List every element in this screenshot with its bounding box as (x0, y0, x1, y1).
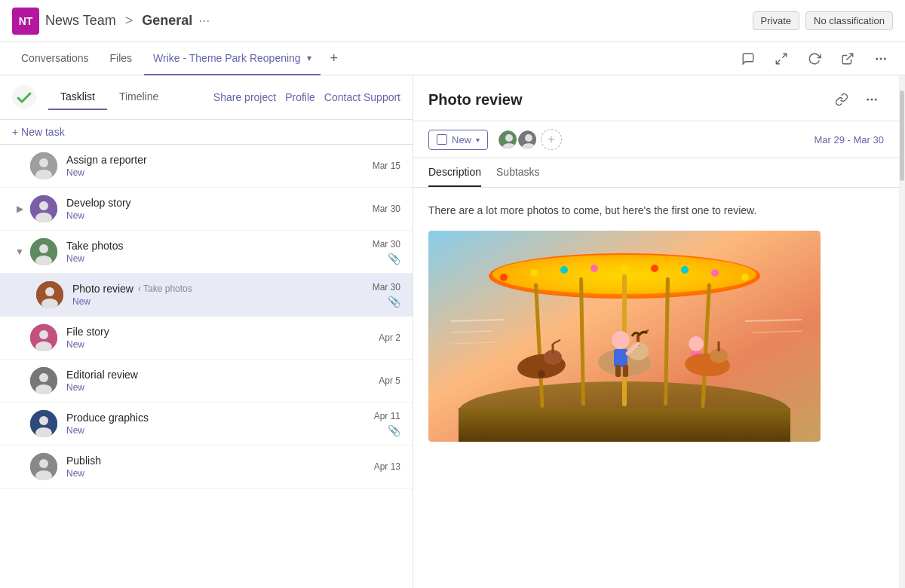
task-info: Photo review ‹ Take photos New (72, 283, 367, 307)
task-item[interactable]: File story New Apr 2 (0, 317, 413, 360)
channel-name: General (142, 13, 192, 29)
toolbar-left: New ▾ + (428, 129, 562, 150)
timeline-tab[interactable]: Timeline (107, 84, 170, 110)
task-status: New (66, 339, 373, 350)
task-date: Apr 2 (379, 332, 400, 343)
classification-badge[interactable]: No classification (805, 11, 893, 30)
task-date: Mar 30 (373, 239, 400, 250)
avatar (30, 410, 57, 437)
right-panel: Photo review New ▾ (413, 75, 899, 588)
team-name: News Team (45, 13, 116, 29)
breadcrumb: NT News Team > General ··· (12, 8, 210, 35)
left-panel-top-actions: Share project Profile Contact Support (213, 91, 400, 103)
chat-icon[interactable] (736, 47, 760, 71)
task-item[interactable]: ▶ Develop story New Mar 30 (0, 188, 413, 231)
svg-rect-40 (459, 408, 790, 442)
scrollbar[interactable] (899, 75, 905, 588)
avatar (36, 281, 63, 308)
task-info: File story New (66, 326, 373, 350)
task-status: New (66, 167, 367, 178)
attachment-icon: 📎 (388, 253, 400, 265)
svg-point-9 (39, 201, 48, 210)
task-item[interactable]: Assign a reporter New Mar 15 (0, 145, 413, 188)
svg-point-45 (560, 266, 568, 274)
svg-point-44 (530, 269, 538, 277)
task-meta: Mar 15 (373, 161, 400, 171)
task-image (428, 231, 821, 442)
new-task-button[interactable]: + New task (0, 120, 413, 145)
task-name: Produce graphics (66, 412, 368, 424)
avatar (30, 238, 57, 265)
assignee-avatar-2 (517, 129, 538, 150)
tab-description[interactable]: Description (428, 158, 481, 187)
scrollbar-thumb[interactable] (900, 90, 904, 181)
parent-tag: ‹ Take photos (138, 283, 192, 294)
task-toolbar: New ▾ + Mar 29 - Mar 30 (413, 121, 899, 158)
task-detail-tabs: Description Subtasks (413, 158, 899, 188)
expand-button[interactable]: ▼ (12, 244, 27, 259)
contact-support-button[interactable]: Contact Support (324, 91, 400, 103)
task-item[interactable]: Publish New Apr 13 (0, 446, 413, 488)
add-tab-button[interactable]: + (324, 48, 345, 69)
svg-point-48 (651, 265, 658, 272)
channel-more-button[interactable]: ··· (198, 13, 210, 29)
tab-dropdown-chevron: ▾ (307, 53, 311, 63)
wrike-logo (12, 85, 36, 109)
task-item[interactable]: Editorial review New Apr 5 (0, 360, 413, 403)
avatar (30, 453, 57, 480)
tasklist-tab[interactable]: Tasklist (48, 84, 107, 110)
svg-point-31 (875, 99, 877, 101)
share-project-button[interactable]: Share project (213, 91, 276, 103)
task-item[interactable]: ▼ Take photos New Mar 30 📎 (0, 231, 413, 274)
task-date: Apr 13 (374, 461, 400, 472)
task-info: Editorial review New (66, 369, 373, 393)
svg-point-61 (538, 370, 545, 378)
svg-point-4 (12, 85, 36, 109)
svg-point-15 (45, 287, 54, 296)
open-external-icon[interactable] (836, 47, 860, 71)
view-switcher: Tasklist Timeline (48, 84, 170, 110)
task-body: There are a lot more photos to come, but… (413, 188, 899, 588)
svg-point-51 (741, 274, 749, 281)
private-badge[interactable]: Private (753, 11, 799, 30)
task-item-active[interactable]: Photo review ‹ Take photos New Mar 30 📎 (0, 274, 413, 317)
status-button[interactable]: New ▾ (428, 130, 488, 150)
status-chevron-icon: ▾ (476, 136, 480, 144)
task-info: Assign a reporter New (66, 154, 367, 178)
left-panel-header: Tasklist Timeline Share project Profile … (0, 75, 413, 120)
link-icon[interactable] (830, 87, 854, 112)
team-avatar: NT (12, 8, 39, 35)
task-header-actions (830, 87, 884, 112)
task-name: Assign a reporter (66, 154, 367, 166)
refresh-icon[interactable] (802, 47, 827, 71)
task-name: Photo review ‹ Take photos (72, 283, 367, 295)
svg-rect-67 (614, 349, 627, 367)
tab-wrike[interactable]: Wrike - Theme Park Reopening ▾ (144, 42, 321, 75)
task-name: File story (66, 326, 373, 338)
expand-button[interactable]: ▶ (12, 201, 27, 216)
task-meta: Apr 11 📎 (374, 411, 400, 436)
task-name: Develop story (66, 197, 367, 209)
svg-point-50 (711, 269, 719, 277)
task-status: New (66, 382, 373, 393)
task-name: Publish (66, 455, 368, 467)
tab-subtasks[interactable]: Subtasks (496, 158, 540, 187)
task-meta: Apr 5 (379, 375, 400, 386)
carousel-image (428, 231, 821, 442)
expand-icon[interactable] (769, 47, 793, 71)
more-options-icon[interactable] (869, 47, 893, 71)
task-description: There are a lot more photos to come, but… (428, 203, 884, 219)
profile-button[interactable]: Profile (285, 91, 315, 103)
svg-point-30 (871, 99, 873, 101)
task-date: Mar 30 (373, 204, 400, 214)
add-assignee-button[interactable]: + (541, 129, 562, 150)
task-status: New (66, 425, 368, 436)
tab-files[interactable]: Files (101, 42, 142, 75)
svg-point-1 (876, 57, 878, 60)
tab-conversations[interactable]: Conversations (12, 42, 98, 75)
svg-point-3 (884, 57, 886, 60)
task-more-icon[interactable] (860, 87, 884, 112)
task-item[interactable]: Produce graphics New Apr 11 📎 (0, 403, 413, 446)
left-panel: Tasklist Timeline Share project Profile … (0, 75, 413, 588)
svg-point-36 (525, 134, 532, 142)
